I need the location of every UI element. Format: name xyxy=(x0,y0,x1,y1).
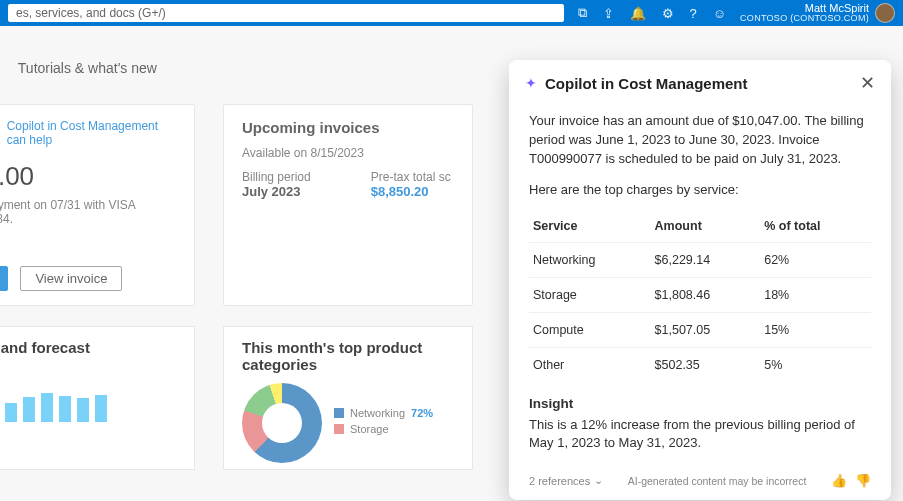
user-org: CONTOSO (CONTOSO.COM) xyxy=(740,14,869,23)
help-icon[interactable]: ? xyxy=(690,6,697,21)
shell-icon[interactable]: ⧉ xyxy=(578,5,587,21)
feedback-icon[interactable]: ☺ xyxy=(713,6,726,21)
tab-tutorials[interactable]: Tutorials & what's new xyxy=(18,60,157,84)
notifications-icon[interactable]: 🔔 xyxy=(630,6,646,21)
copilot-intro: Here are the top charges by service: xyxy=(529,181,871,200)
thumbs-up-icon[interactable]: 👍 xyxy=(831,473,847,488)
close-icon[interactable]: ✕ xyxy=(860,72,875,94)
thumbs-down-icon[interactable]: 👎 xyxy=(855,473,871,488)
billing-period-value: July 2023 xyxy=(242,184,311,199)
th-amount: Amount xyxy=(651,211,761,242)
topbar-icons: ⧉ ⇪ 🔔 ⚙ ? ☺ xyxy=(578,5,727,21)
copilot-summary: Your invoice has an amount due of $10,04… xyxy=(529,112,871,169)
copilot-panel: ✦ Copilot in Cost Management ✕ Your invo… xyxy=(509,60,891,500)
sparkle-icon: ✦ xyxy=(0,126,1,140)
search-input[interactable]: es, services, and docs (G+/) xyxy=(8,4,564,22)
table-row: Networking$6,229.1462% xyxy=(529,242,871,277)
billing-period-label: Billing period xyxy=(242,170,311,184)
page-content: Summary Tutorials & what's new lue ✦ Cop… xyxy=(0,26,903,501)
insight-heading: Insight xyxy=(529,394,871,414)
table-row: Compute$1,507.0515% xyxy=(529,312,871,347)
available-date: Available on 8/15/2023 xyxy=(242,146,454,160)
view-invoice-button[interactable]: View invoice xyxy=(20,266,122,291)
card-title: Upcoming invoices xyxy=(242,119,454,136)
pay-now-button[interactable]: w xyxy=(0,266,8,291)
ai-disclaimer: AI-generated content may be incorrect xyxy=(611,475,823,487)
th-pct: % of total xyxy=(760,211,871,242)
payment-sub: tic payment on 07/31 with VISA ***1234. xyxy=(0,198,176,226)
global-top-bar: es, services, and docs (G+/) ⧉ ⇪ 🔔 ⚙ ? ☺… xyxy=(0,0,903,26)
table-row: Storage$1,808.4618% xyxy=(529,277,871,312)
sparkle-icon: ✦ xyxy=(525,75,537,91)
amount-due-card: lue ✦ Copilot in Cost Management can hel… xyxy=(0,104,195,306)
avatar[interactable] xyxy=(875,3,895,23)
user-block[interactable]: Matt McSpirit CONTOSO (CONTOSO.COM) xyxy=(740,3,869,24)
search-placeholder: es, services, and docs (G+/) xyxy=(16,6,166,20)
pretax-label: Pre-tax total sc xyxy=(371,170,451,184)
pretax-value: $8,850.20 xyxy=(371,184,451,199)
insight-text: This is a 12% increase from the previous… xyxy=(529,416,871,454)
amount-due-value: 47.00 xyxy=(0,161,176,192)
upcoming-invoices-card: Upcoming invoices Available on 8/15/2023… xyxy=(223,104,473,306)
forecast-bar-chart xyxy=(0,368,176,422)
charges-table: Service Amount % of total Networking$6,2… xyxy=(529,211,871,382)
settings-icon[interactable]: ⚙ xyxy=(662,6,674,21)
card-title: rate and forecast xyxy=(0,339,176,356)
card-title: This month's top product categories xyxy=(242,339,454,373)
forecast-card: rate and forecast xyxy=(0,326,195,470)
copilot-hint[interactable]: ✦ Copilot in Cost Management can help xyxy=(0,119,176,147)
top-products-card: This month's top product categories Netw… xyxy=(223,326,473,470)
donut-legend: Networking72% Storage xyxy=(334,407,433,439)
table-row: Other$502.355% xyxy=(529,347,871,382)
donut-chart xyxy=(242,383,322,463)
chevron-down-icon: ⌄ xyxy=(594,474,603,487)
copilot-title: Copilot in Cost Management xyxy=(545,75,852,92)
references-toggle[interactable]: 2 references ⌄ xyxy=(529,474,603,487)
directory-icon[interactable]: ⇪ xyxy=(603,6,614,21)
th-service: Service xyxy=(529,211,651,242)
